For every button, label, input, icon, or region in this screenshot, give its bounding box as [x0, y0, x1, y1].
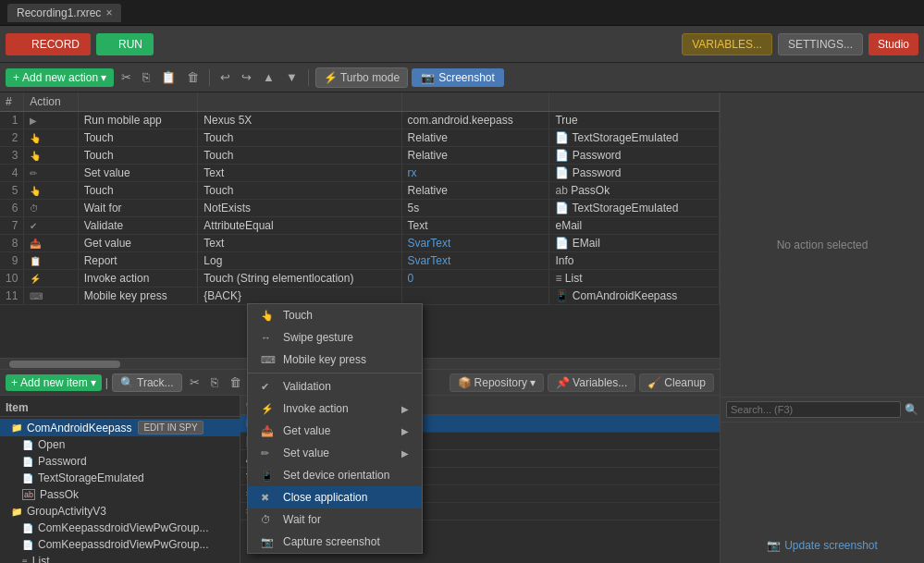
title-bar: Recording1.rxrec ×	[0, 0, 924, 26]
table-row[interactable]: 8 📥 Get value Text SvarText 📄 EMail	[0, 235, 720, 252]
close-app-icon: ✖	[261, 492, 276, 504]
list-item[interactable]: 📄 Password	[0, 453, 240, 470]
h-scroll-thumb[interactable]	[9, 361, 120, 368]
tab-variables[interactable]: 📌 Variables...	[548, 373, 635, 392]
ctx-set-value[interactable]: ✏ Set value ▶	[248, 442, 422, 464]
col-num: #	[0, 92, 24, 112]
camera-icon: 📷	[767, 539, 781, 552]
settings-button[interactable]: SETTINGS...	[778, 33, 863, 55]
right-panel-bottom: 🔍 📷 Update screenshot	[721, 397, 924, 563]
folder-icon: 📁	[11, 422, 22, 433]
list-item[interactable]: 📄 Open	[0, 436, 240, 453]
ctx-wait-for[interactable]: ⏱ Wait for	[248, 508, 422, 531]
table-row[interactable]: 4 ✏ Set value Text rx 📄 Password	[0, 165, 720, 182]
table-row[interactable]: 7 ✔ Validate AttributeEqual Text eMail	[0, 217, 720, 235]
table-row[interactable]: 9 📋 Report Log SvarText Info	[0, 252, 720, 270]
col-3	[78, 92, 198, 112]
sep1	[209, 69, 210, 86]
tab-repository[interactable]: 📦 Repository ▾	[450, 373, 544, 392]
run-button[interactable]: RUN	[96, 33, 154, 55]
record-icon	[17, 39, 28, 50]
add-item-button[interactable]: + Add new item ▾	[6, 374, 102, 391]
studio-button[interactable]: Studio	[869, 33, 918, 55]
invoke-icon: ⚡	[261, 403, 276, 415]
paste-icon[interactable]: 📋	[157, 68, 179, 86]
ctx-close-application[interactable]: ✖ Close application	[248, 486, 422, 508]
list-item[interactable]: 📄 ComKeepassdroidViewPwGroup...	[0, 520, 240, 536]
ctx-mobile-key[interactable]: ⌨ Mobile key press	[248, 349, 422, 371]
item-tree: Item 📁 ComAndroidKeepass EDIT IN SPY 📄 O…	[0, 396, 240, 563]
col-action: Action	[24, 92, 78, 112]
ctx-touch[interactable]: 👆 Touch	[248, 304, 422, 326]
edit-in-spy-button[interactable]: EDIT IN SPY	[138, 421, 203, 434]
col-4	[198, 92, 401, 112]
ctx-get-value[interactable]: 📥 Get value ▶	[248, 420, 422, 442]
close-icon[interactable]: ×	[105, 6, 112, 19]
ctx-invoke-action[interactable]: ⚡ Invoke action ▶	[248, 398, 422, 420]
table-row[interactable]: 6 ⏱ Wait for NotExists 5s 📄 TextStorageE…	[0, 200, 720, 217]
set-icon: ✏	[261, 447, 276, 459]
col-6	[549, 92, 720, 112]
table-row[interactable]: 2 👆 Touch Touch Relative 📄 TextStorageEm…	[0, 129, 720, 147]
tab-cleanup[interactable]: 🧹 Cleanup	[639, 373, 714, 392]
arrow-right-icon: ▶	[401, 426, 409, 436]
track-button[interactable]: 🔍 Track...	[112, 373, 182, 392]
down-icon[interactable]: ▼	[282, 68, 302, 86]
undo-icon[interactable]: ↩	[216, 68, 234, 86]
ctx-sep1	[248, 373, 422, 373]
doc-icon: 📄	[22, 457, 33, 467]
ctx-validation[interactable]: ✔ Validation	[248, 375, 422, 398]
search-icon[interactable]: 🔍	[905, 403, 918, 416]
col-5	[401, 92, 549, 112]
copy-icon[interactable]: ⎘	[139, 68, 154, 86]
search-input[interactable]	[726, 401, 901, 418]
ctx-swipe[interactable]: ↔ Swipe gesture	[248, 326, 422, 349]
list-item[interactable]: 📄 TextStorageEmulated	[0, 470, 240, 486]
table-row[interactable]: 3 👆 Touch Touch Relative 📄 Password	[0, 147, 720, 165]
add-action-button[interactable]: + Add new action ▾	[6, 68, 114, 87]
table-row[interactable]: 1 ▶ Run mobile app Nexus 5X com.android.…	[0, 112, 720, 129]
delete-icon-bottom[interactable]: 🗑	[226, 373, 245, 391]
main-toolbar: RECORD RUN VARIABLES... SETTINGS... Stud…	[0, 26, 924, 63]
check-icon: ✔	[261, 381, 276, 393]
list-item[interactable]: 📁 GroupActivityV3	[0, 503, 240, 520]
play-icon	[107, 40, 115, 49]
record-button[interactable]: RECORD	[6, 33, 91, 55]
tree-header: Item	[0, 399, 240, 417]
table-row[interactable]: 5 👆 Touch Touch Relative ab PassOk	[0, 182, 720, 200]
doc-icon: 📄	[22, 540, 33, 550]
swipe-icon: ↔	[261, 332, 276, 343]
doc-icon: 📄	[22, 523, 33, 533]
ctx-capture-screenshot[interactable]: 📷 Capture screenshot	[248, 531, 422, 553]
copy-icon-bottom[interactable]: ⎘	[207, 373, 222, 391]
list-item[interactable]: ≡ List	[0, 553, 240, 563]
ctx-set-device-orientation[interactable]: 📱 Set device orientation	[248, 464, 422, 486]
update-screenshot-button[interactable]: 📷 Update screenshot	[759, 535, 885, 556]
cut-icon[interactable]: ✂	[117, 68, 135, 86]
tab-label: Recording1.rxrec	[17, 6, 101, 19]
doc-icon: 📄	[22, 440, 33, 450]
list-item[interactable]: ab PassOk	[0, 486, 240, 503]
table-row[interactable]: 11 ⌨ Mobile key press {BACK} 📱 ComAndroi…	[0, 288, 720, 305]
arrow-right-icon: ▶	[401, 448, 409, 459]
list-item[interactable]: 📁 ComAndroidKeepass EDIT IN SPY	[0, 419, 240, 436]
table-row[interactable]: 10 ⚡ Invoke action Touch (String element…	[0, 270, 720, 288]
keyboard-icon: ⌨	[261, 354, 276, 366]
variables-button[interactable]: VARIABLES...	[682, 33, 772, 55]
delete-icon[interactable]: 🗑	[183, 68, 203, 86]
tab-recording[interactable]: Recording1.rxrec ×	[7, 4, 121, 22]
list-icon: ≡	[22, 557, 28, 564]
screenshot-icon: 📷	[261, 536, 276, 548]
cut-icon-bottom[interactable]: ✂	[186, 373, 203, 391]
redo-icon[interactable]: ↪	[238, 68, 255, 86]
arrow-right-icon: ▶	[401, 404, 409, 414]
main-area: # Action 1 ▶ Run mobile app Nexus 5X	[0, 92, 924, 563]
get-icon: 📥	[261, 425, 276, 437]
screenshot-button[interactable]: 📷 Screenshot	[412, 68, 504, 87]
touch-icon: 👆	[261, 310, 276, 322]
ab-icon: ab	[22, 489, 35, 500]
turbo-mode-button[interactable]: ⚡ Turbo mode	[315, 67, 408, 88]
action-toolbar: + Add new action ▾ ✂ ⎘ 📋 🗑 ↩ ↪ ▲ ▼ ⚡ Tur…	[0, 63, 924, 92]
up-icon[interactable]: ▲	[259, 68, 278, 86]
list-item[interactable]: 📄 ComKeepassdroidViewPwGroup...	[0, 536, 240, 553]
